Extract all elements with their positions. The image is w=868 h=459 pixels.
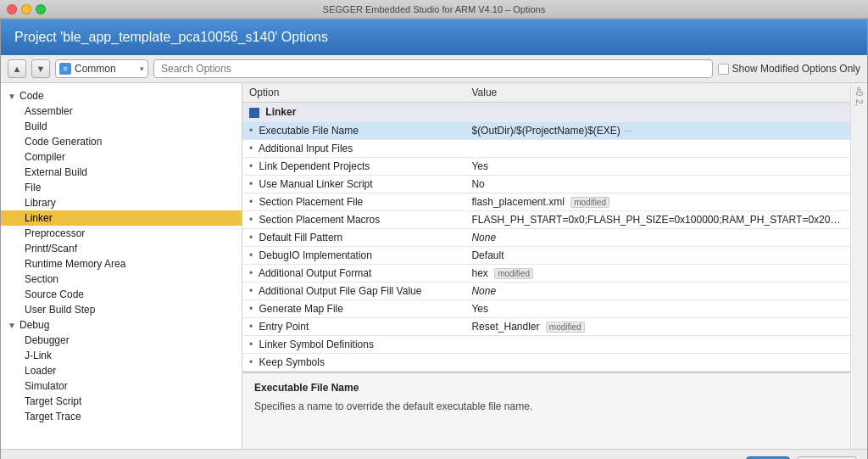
tree-item-code[interactable]: ▼ Code xyxy=(1,88,242,104)
tree-item-file[interactable]: File xyxy=(1,180,242,195)
col-header-option: Option xyxy=(242,83,465,103)
bottom-bar: OK Cancel xyxy=(1,449,867,459)
tree-item-preprocessor[interactable]: Preprocessor xyxy=(1,226,242,241)
table-row[interactable]: • Additional Output File Gap Fill Value … xyxy=(242,283,850,300)
table-row[interactable]: • Entry Point Reset_Handler modified xyxy=(242,318,850,336)
tree-label-assembler: Assembler xyxy=(25,105,73,117)
show-modified-label[interactable]: Show Modified Options Only xyxy=(718,63,860,75)
table-row[interactable]: • Use Manual Linker Script No xyxy=(242,176,850,193)
value-cell: hex modified xyxy=(465,265,850,283)
search-input[interactable] xyxy=(153,59,713,78)
value-cell: Default xyxy=(465,247,850,265)
table-row[interactable]: • Additional Output Format hex modified xyxy=(242,265,850,283)
description-text: Specifies a name to override the default… xyxy=(254,399,838,414)
down-button[interactable]: ▼ xyxy=(31,59,50,78)
tree-item-assembler[interactable]: Assembler xyxy=(1,104,242,119)
option-cell: • Section Placement Macros xyxy=(242,211,465,229)
tree-item-source-code[interactable]: Source Code xyxy=(1,287,242,302)
tree-label-debugger: Debugger xyxy=(25,334,70,346)
table-row[interactable]: • Section Placement Macros FLASH_PH_STAR… xyxy=(242,211,850,229)
expand-debug-icon: ▼ xyxy=(6,321,18,330)
tree-label-target-trace: Target Trace xyxy=(25,411,81,423)
tree-label-code: Code xyxy=(19,90,44,102)
option-cell: • Default Fill Pattern xyxy=(242,229,465,247)
col-header-value: Value xyxy=(465,83,850,103)
tree-item-compiler[interactable]: Compiler xyxy=(1,149,242,165)
table-row[interactable]: • Executable File Name $(OutDir)/$(Proje… xyxy=(242,122,850,140)
option-cell: • Linker Symbol Definitions xyxy=(242,336,465,354)
option-cell: • Generate Map File xyxy=(242,300,465,318)
tree-item-debugger[interactable]: Debugger xyxy=(1,333,242,348)
value-cell-content: $(OutDir)/$(ProjectName)$(EXE) ··· xyxy=(471,125,843,137)
table-row[interactable]: • Link Dependent Projects Yes xyxy=(242,158,850,176)
table-row[interactable]: • DebugIO Implementation Default xyxy=(242,247,850,265)
edge-panel: «0 2, xyxy=(850,83,867,449)
toolbar: ▲ ▼ ≡ Common ▾ Show Modified Options Onl… xyxy=(1,55,867,83)
tree-item-external-build[interactable]: External Build xyxy=(1,165,242,180)
tree-item-runtime-memory-area[interactable]: Runtime Memory Area xyxy=(1,256,242,271)
value-cell: No xyxy=(465,176,850,193)
option-cell: • Additional Output File Gap Fill Value xyxy=(242,283,465,300)
tree-label-preprocessor: Preprocessor xyxy=(25,227,85,239)
tree-item-section[interactable]: Section xyxy=(1,271,242,287)
tree-item-debug[interactable]: ▼ Debug xyxy=(1,317,242,333)
close-button[interactable] xyxy=(7,4,17,14)
tree-item-code-generation[interactable]: Code Generation xyxy=(1,134,242,149)
value-cell: FLASH_PH_START=0x0;FLASH_PH_SIZE=0x10000… xyxy=(465,211,850,229)
table-row[interactable]: • Keep Symbols xyxy=(242,354,850,372)
value-cell: flash_placement.xml modified xyxy=(465,193,850,211)
value-cell: Yes xyxy=(465,158,850,176)
maximize-button[interactable] xyxy=(36,4,46,14)
tree-item-linker[interactable]: Linker xyxy=(1,210,242,226)
options-dialog: Project 'ble_app_template_pca10056_s140'… xyxy=(0,19,868,459)
section-icon xyxy=(249,108,259,118)
dialog-header: Project 'ble_app_template_pca10056_s140'… xyxy=(1,20,867,55)
tree-label-simulator: Simulator xyxy=(25,380,68,392)
section-header-cell: Linker xyxy=(242,103,850,122)
value-cell: Reset_Handler modified xyxy=(465,318,850,336)
description-title: Executable File Name xyxy=(254,382,838,394)
tree-item-j-link[interactable]: J-Link xyxy=(1,348,242,363)
table-row[interactable]: • Generate Map File Yes xyxy=(242,300,850,318)
options-table: Option Value Linker xyxy=(242,83,850,372)
tree-label-section: Section xyxy=(25,273,58,285)
tree-label-target-script: Target Script xyxy=(25,395,81,407)
tree-item-simulator[interactable]: Simulator xyxy=(1,378,242,394)
main-content: ▼ Code Assembler Build Code Generation C… xyxy=(1,83,867,449)
tree-item-printf-scanf[interactable]: Printf/Scanf xyxy=(1,241,242,256)
tree-label-runtime-memory-area: Runtime Memory Area xyxy=(25,258,125,270)
tree-label-compiler: Compiler xyxy=(25,151,65,163)
ellipsis-button[interactable]: ··· xyxy=(624,126,632,136)
expand-icon: ▼ xyxy=(6,92,18,101)
tree-label-build: Build xyxy=(25,120,47,132)
tree-item-user-build-step[interactable]: User Build Step xyxy=(1,302,242,317)
minimize-button[interactable] xyxy=(21,4,31,14)
tree-panel: ▼ Code Assembler Build Code Generation C… xyxy=(1,83,242,449)
tree-label-user-build-step: User Build Step xyxy=(25,304,95,316)
modified-badge: modified xyxy=(546,322,585,333)
table-row[interactable]: • Linker Symbol Definitions xyxy=(242,336,850,354)
option-cell: • Additional Input Files xyxy=(242,140,465,158)
table-row[interactable]: • Additional Input Files xyxy=(242,140,850,158)
options-data-table: Option Value Linker xyxy=(242,83,850,372)
tree-item-loader[interactable]: Loader xyxy=(1,363,242,378)
tree-item-library[interactable]: Library xyxy=(1,195,242,210)
table-row[interactable]: • Section Placement File flash_placement… xyxy=(242,193,850,211)
show-modified-checkbox[interactable] xyxy=(718,64,729,75)
section-label: Linker xyxy=(265,106,296,118)
show-modified-text: Show Modified Options Only xyxy=(732,63,860,75)
table-row[interactable]: • Default Fill Pattern None xyxy=(242,229,850,247)
dialog-title: Project 'ble_app_template_pca10056_s140'… xyxy=(14,30,328,44)
option-cell: • DebugIO Implementation xyxy=(242,247,465,265)
tree-item-build[interactable]: Build xyxy=(1,119,242,134)
up-button[interactable]: ▲ xyxy=(8,59,26,78)
scope-select[interactable]: ≡ Common ▾ xyxy=(55,59,148,78)
modified-badge: modified xyxy=(570,197,609,208)
titlebar-title: SEGGER Embedded Studio for ARM V4.10 – O… xyxy=(323,4,545,14)
chevron-down-icon: ▾ xyxy=(140,64,144,73)
modified-badge: modified xyxy=(494,268,533,279)
tree-item-target-script[interactable]: Target Script xyxy=(1,394,242,409)
option-cell: • Entry Point xyxy=(242,318,465,336)
titlebar: SEGGER Embedded Studio for ARM V4.10 – O… xyxy=(0,0,868,19)
tree-item-target-trace[interactable]: Target Trace xyxy=(1,409,242,424)
